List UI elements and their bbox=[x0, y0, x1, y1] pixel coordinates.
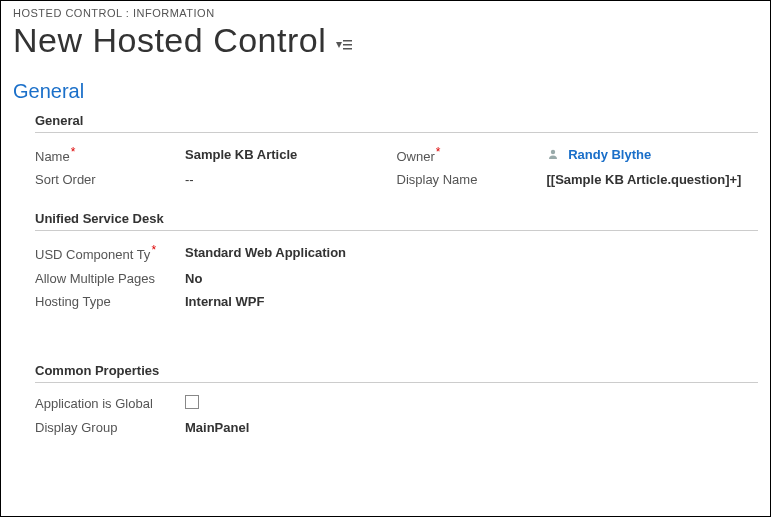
usd-component-label: USD Component Ty* bbox=[35, 243, 185, 262]
svg-rect-1 bbox=[343, 40, 352, 42]
checkbox-icon[interactable] bbox=[185, 395, 199, 409]
subsection-title-general: General bbox=[35, 113, 758, 133]
display-name-label: Display Name bbox=[397, 172, 547, 187]
subsection-general: General Name* Sample KB Article Owner* bbox=[35, 113, 758, 191]
sort-order-label: Sort Order bbox=[35, 172, 185, 187]
title-bar: New Hosted Control bbox=[13, 21, 758, 60]
usd-component-value[interactable]: Standard Web Application bbox=[185, 245, 397, 260]
required-icon: * bbox=[436, 145, 441, 159]
title-menu-icon[interactable] bbox=[336, 39, 352, 55]
subsection-usd: Unified Service Desk USD Component Ty* S… bbox=[35, 211, 758, 312]
page-title: New Hosted Control bbox=[13, 21, 326, 60]
allow-multi-value[interactable]: No bbox=[185, 271, 397, 286]
subsection-common: Common Properties Application is Global … bbox=[35, 363, 758, 439]
svg-point-4 bbox=[550, 150, 554, 154]
display-group-label: Display Group bbox=[35, 420, 185, 435]
app-global-label: Application is Global bbox=[35, 396, 185, 411]
hosting-type-label: Hosting Type bbox=[35, 294, 185, 309]
breadcrumb: HOSTED CONTROL : INFORMATION bbox=[13, 7, 758, 19]
form-frame: HOSTED CONTROL : INFORMATION New Hosted … bbox=[0, 0, 771, 517]
svg-rect-3 bbox=[343, 48, 352, 50]
allow-multi-label: Allow Multiple Pages bbox=[35, 271, 185, 286]
hosting-type-value[interactable]: Internal WPF bbox=[185, 294, 397, 309]
svg-rect-2 bbox=[343, 44, 352, 46]
required-icon: * bbox=[151, 243, 156, 257]
display-group-value[interactable]: MainPanel bbox=[185, 420, 397, 435]
owner-link[interactable]: Randy Blythe bbox=[568, 147, 651, 162]
required-icon: * bbox=[71, 145, 76, 159]
sort-order-value[interactable]: -- bbox=[185, 172, 397, 187]
display-name-value[interactable]: [[Sample KB Article.question]+] bbox=[547, 172, 759, 187]
svg-marker-0 bbox=[336, 42, 342, 48]
app-global-value[interactable] bbox=[185, 395, 397, 412]
section-heading-general: General bbox=[13, 80, 758, 103]
owner-value[interactable]: Randy Blythe bbox=[547, 147, 759, 162]
name-value[interactable]: Sample KB Article bbox=[185, 147, 397, 162]
name-label: Name* bbox=[35, 145, 185, 164]
owner-label: Owner* bbox=[397, 145, 547, 164]
subsection-title-usd: Unified Service Desk bbox=[35, 211, 758, 231]
person-icon bbox=[547, 148, 559, 160]
subsection-title-common: Common Properties bbox=[35, 363, 758, 383]
